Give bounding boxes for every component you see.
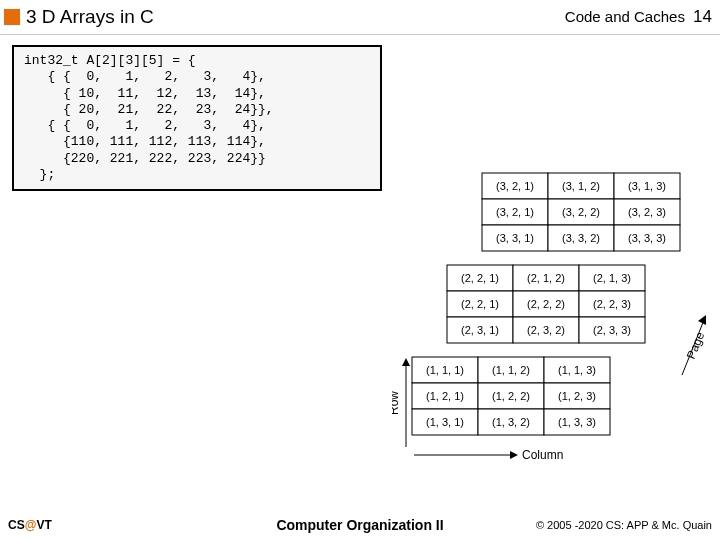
grid-cell-label: (1, 1, 3)	[558, 364, 596, 376]
svg-marker-3	[510, 451, 518, 459]
orange-bullet-icon	[4, 9, 20, 25]
grid-layer-1: (1, 1, 1)(1, 1, 2)(1, 1, 3)(1, 2, 1)(1, …	[412, 357, 610, 435]
grid-cell-label: (3, 2, 1)	[496, 206, 534, 218]
grid-cell-label: (2, 3, 2)	[527, 324, 565, 336]
grid-layer-2: (2, 2, 1)(2, 1, 2)(2, 1, 3)(2, 2, 1)(2, …	[447, 265, 645, 343]
row-axis-label: Row	[392, 391, 401, 415]
grid-cell-label: (1, 3, 1)	[426, 416, 464, 428]
grid-cell-label: (3, 3, 1)	[496, 232, 534, 244]
topic-label: Code and Caches	[565, 8, 685, 25]
slide-content: int32_t A[2][3][5] = { { { 0, 1, 2, 3, 4…	[0, 35, 720, 495]
array-3d-diagram: (3, 2, 1)(3, 1, 2)(3, 1, 3)(3, 2, 1)(3, …	[392, 165, 712, 485]
grid-cell-label: (3, 1, 2)	[562, 180, 600, 192]
svg-marker-1	[402, 358, 410, 366]
header-left: 3 D Arrays in C	[4, 6, 154, 28]
column-axis: Column	[414, 448, 563, 462]
slide-footer: CS@VT Computer Organization II © 2005 -2…	[0, 510, 720, 540]
grid-cell-label: (2, 1, 2)	[527, 272, 565, 284]
grid-cell-label: (3, 3, 3)	[628, 232, 666, 244]
column-axis-label: Column	[522, 448, 563, 462]
grid-cell-label: (1, 2, 3)	[558, 390, 596, 402]
footer-vt: VT	[36, 518, 51, 532]
grid-cell-label: (2, 1, 3)	[593, 272, 631, 284]
grid-cell-label: (3, 2, 2)	[562, 206, 600, 218]
row-axis: Row	[392, 358, 410, 447]
grid-cell-label: (1, 2, 2)	[492, 390, 530, 402]
grid-cell-label: (3, 3, 2)	[562, 232, 600, 244]
grid-cell-label: (2, 2, 1)	[461, 272, 499, 284]
grid-layer-3: (3, 2, 1)(3, 1, 2)(3, 1, 3)(3, 2, 1)(3, …	[482, 173, 680, 251]
grid-cell-label: (2, 3, 1)	[461, 324, 499, 336]
slide-title: 3 D Arrays in C	[26, 6, 154, 28]
grid-cell-label: (2, 3, 3)	[593, 324, 631, 336]
grid-cell-label: (1, 3, 2)	[492, 416, 530, 428]
grid-cell-label: (3, 2, 1)	[496, 180, 534, 192]
grid-cell-label: (3, 2, 3)	[628, 206, 666, 218]
grid-cell-label: (1, 1, 2)	[492, 364, 530, 376]
footer-at: @	[25, 518, 37, 532]
page-axis: Page	[682, 315, 707, 375]
page-axis-label: Page	[684, 330, 708, 362]
grid-cell-label: (1, 2, 1)	[426, 390, 464, 402]
grid-cell-label: (1, 3, 3)	[558, 416, 596, 428]
grid-cell-label: (2, 2, 1)	[461, 298, 499, 310]
footer-left: CS@VT	[8, 518, 52, 532]
footer-center: Computer Organization II	[276, 517, 443, 533]
svg-marker-5	[698, 315, 706, 325]
grid-cell-label: (2, 2, 2)	[527, 298, 565, 310]
footer-cs: CS	[8, 518, 25, 532]
grid-cell-label: (1, 1, 1)	[426, 364, 464, 376]
page-number: 14	[693, 7, 712, 26]
grid-cell-label: (2, 2, 3)	[593, 298, 631, 310]
grid-cell-label: (3, 1, 3)	[628, 180, 666, 192]
code-block: int32_t A[2][3][5] = { { { 0, 1, 2, 3, 4…	[12, 45, 382, 191]
footer-right: © 2005 -2020 CS: APP & Mc. Quain	[536, 519, 712, 531]
header-right: Code and Caches 14	[565, 7, 712, 27]
slide-header: 3 D Arrays in C Code and Caches 14	[0, 0, 720, 35]
